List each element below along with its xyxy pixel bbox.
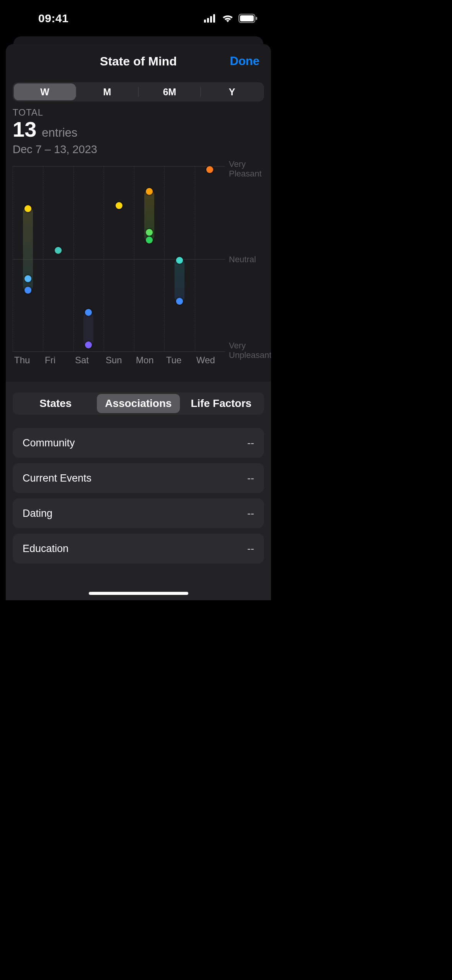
neutral-line (13, 259, 225, 260)
grid-line (73, 167, 74, 351)
sheet: State of Mind Done W M 6M Y TOTAL 13 ent… (6, 44, 271, 600)
mood-dot (146, 188, 153, 195)
grid-line (13, 167, 13, 351)
mood-dot (85, 341, 92, 348)
list-item[interactable]: Dating -- (13, 498, 264, 528)
mood-dot (206, 166, 213, 173)
range-week[interactable]: W (14, 83, 76, 100)
range-year[interactable]: Y (201, 83, 263, 100)
mood-dot (116, 202, 122, 209)
grid-line (164, 167, 165, 351)
mood-dot (24, 205, 31, 212)
cellular-icon (204, 14, 217, 23)
range-6month[interactable]: 6M (139, 83, 201, 100)
association-value: -- (247, 437, 254, 449)
y-label-top: Very Pleasant (229, 159, 262, 179)
mood-dot (146, 229, 153, 236)
mood-range-bar (175, 259, 184, 302)
grid-line (104, 167, 104, 351)
tab-life-factors[interactable]: Life Factors (180, 394, 263, 413)
x-label: Sat (75, 355, 89, 366)
y-label-mid: Neutral (229, 255, 256, 264)
x-label: Wed (196, 355, 215, 366)
status-bar: 09:41 (0, 0, 277, 36)
svg-rect-1 (207, 18, 209, 23)
time-range-segmented[interactable]: W M 6M Y (13, 82, 264, 101)
summary: TOTAL 13 entries Dec 7 – 13, 2023 (6, 101, 271, 156)
list-item[interactable]: Current Events -- (13, 463, 264, 493)
status-time: 09:41 (17, 12, 69, 25)
mood-dot (176, 257, 183, 264)
mood-dot (55, 247, 62, 254)
grid-line (134, 167, 134, 351)
association-name: Community (23, 437, 75, 449)
svg-rect-5 (240, 15, 254, 21)
association-value: -- (247, 472, 254, 484)
detail-section: States Associations Life Factors Communi… (6, 382, 271, 600)
list-item[interactable]: Education -- (13, 534, 264, 564)
x-label: Mon (136, 355, 154, 366)
svg-rect-2 (210, 16, 212, 23)
tab-associations[interactable]: Associations (97, 394, 179, 413)
y-label-bot: Very Unpleasant (229, 341, 271, 360)
detail-tabs[interactable]: States Associations Life Factors (13, 392, 264, 415)
nav-bar: State of Mind Done (6, 44, 271, 78)
mood-dot (146, 237, 153, 243)
range-month[interactable]: M (76, 83, 138, 100)
svg-rect-6 (256, 17, 257, 20)
association-name: Education (23, 543, 69, 555)
grid-line (195, 167, 195, 351)
association-name: Current Events (23, 472, 91, 484)
battery-icon (238, 14, 258, 23)
mood-dot (24, 275, 31, 282)
svg-rect-3 (213, 14, 215, 23)
svg-rect-0 (204, 20, 206, 23)
association-value: -- (247, 508, 254, 519)
date-range: Dec 7 – 13, 2023 (13, 143, 264, 156)
association-name: Dating (23, 508, 52, 519)
mood-chart[interactable]: Very Pleasant Neutral Very Unpleasant Th… (13, 162, 264, 376)
entry-unit: entries (42, 126, 77, 140)
associations-list: Community -- Current Events -- Dating --… (13, 428, 264, 564)
x-label: Thu (14, 355, 30, 366)
association-value: -- (247, 543, 254, 555)
x-label: Tue (166, 355, 181, 366)
page-title: State of Mind (100, 54, 177, 69)
total-label: TOTAL (13, 107, 264, 118)
home-indicator[interactable] (89, 592, 188, 595)
chart-y-labels: Very Pleasant Neutral Very Unpleasant (229, 162, 271, 357)
done-button[interactable]: Done (230, 54, 260, 68)
chart-plot-area (13, 166, 225, 352)
mood-dot (176, 298, 183, 305)
grid-line (43, 167, 43, 351)
status-indicators (204, 14, 258, 23)
wifi-icon (222, 14, 234, 23)
entry-count: 13 (13, 119, 36, 140)
mood-range-bar (83, 312, 93, 346)
x-label: Sun (106, 355, 122, 366)
chart-x-labels: Thu Fri Sat Sun Mon Tue Wed (13, 355, 225, 374)
mood-dot (85, 309, 92, 316)
x-label: Fri (45, 355, 55, 366)
tab-states[interactable]: States (14, 394, 97, 413)
list-item[interactable]: Community -- (13, 428, 264, 458)
mood-dot (24, 287, 31, 294)
